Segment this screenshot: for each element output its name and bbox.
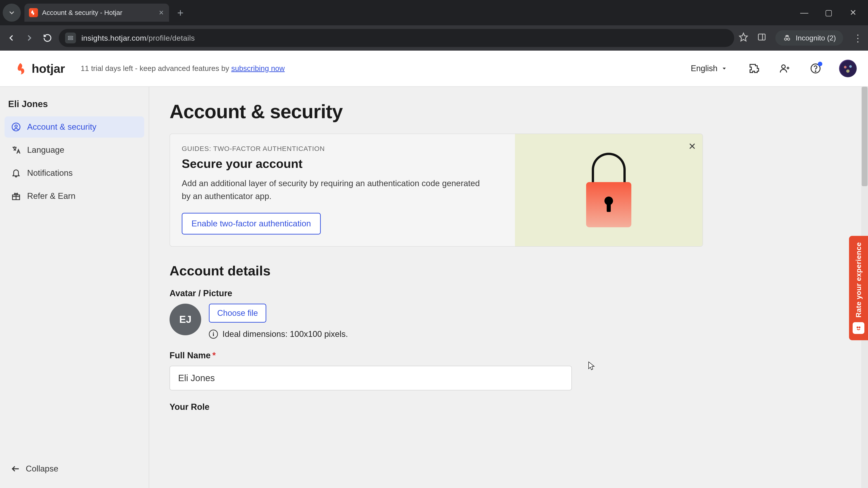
avatar-initials: EJ bbox=[169, 304, 201, 335]
sidebar-item-label: Account & security bbox=[27, 122, 96, 132]
tab-close-icon[interactable]: × bbox=[159, 8, 164, 17]
invite-user-icon[interactable] bbox=[777, 60, 793, 76]
feedback-tab[interactable]: Rate your experience bbox=[849, 236, 868, 340]
hotjar-favicon bbox=[29, 8, 38, 17]
language-selector[interactable]: English bbox=[691, 64, 727, 73]
sidebar-collapse-button[interactable]: Collapse bbox=[4, 459, 144, 479]
mouse-cursor bbox=[588, 361, 595, 371]
page-title: Account & security bbox=[169, 100, 703, 123]
url-text: insights.hotjar.com/profile/details bbox=[81, 34, 195, 42]
guide-kicker: GUIDES: TWO-FACTOR AUTHENTICATION bbox=[182, 145, 503, 153]
lock-icon bbox=[586, 153, 631, 227]
svg-point-13 bbox=[815, 71, 816, 71]
settings-sidebar: Eli Jones Account & security Language bbox=[0, 87, 149, 488]
trial-banner: 11 trial days left - keep advanced featu… bbox=[81, 64, 285, 73]
svg-rect-3 bbox=[758, 34, 765, 40]
svg-rect-24 bbox=[855, 325, 862, 331]
brand-text: hotjar bbox=[32, 61, 65, 75]
profile-avatar[interactable] bbox=[839, 60, 857, 77]
svg-rect-1 bbox=[68, 39, 73, 40]
nav-forward-icon[interactable] bbox=[23, 31, 36, 45]
browser-address-bar: insights.hotjar.com/profile/details Inco… bbox=[0, 25, 868, 51]
svg-point-19 bbox=[15, 125, 18, 127]
sidebar-item-account-security[interactable]: Account & security bbox=[4, 116, 144, 138]
svg-point-14 bbox=[840, 61, 856, 76]
avatar-hint: i Ideal dimensions: 100x100 pixels. bbox=[209, 329, 348, 339]
svg-point-26 bbox=[859, 327, 860, 328]
info-icon: i bbox=[209, 330, 218, 339]
extensions-icon[interactable] bbox=[746, 60, 762, 76]
svg-point-15 bbox=[844, 66, 847, 68]
account-details-heading: Account details bbox=[169, 263, 703, 279]
sidebar-item-label: Language bbox=[27, 145, 64, 155]
new-tab-button[interactable]: + bbox=[174, 6, 187, 20]
browser-tab[interactable]: Account & security - Hotjar × bbox=[24, 4, 169, 22]
collapse-label: Collapse bbox=[26, 464, 58, 474]
svg-point-25 bbox=[857, 327, 858, 328]
svg-point-17 bbox=[846, 69, 850, 73]
svg-point-5 bbox=[784, 38, 786, 40]
browser-tab-bar: Account & security - Hotjar × + — ▢ ✕ bbox=[0, 0, 868, 25]
sidebar-user-name: Eli Jones bbox=[4, 96, 144, 116]
address-url-field[interactable]: insights.hotjar.com/profile/details bbox=[59, 29, 734, 47]
svg-point-16 bbox=[849, 65, 852, 68]
svg-point-6 bbox=[787, 38, 790, 40]
bell-icon bbox=[11, 168, 21, 178]
translate-icon bbox=[11, 145, 21, 155]
gift-icon bbox=[11, 191, 21, 201]
feedback-tab-label: Rate your experience bbox=[855, 242, 863, 318]
main-content: Account & security × GUIDES: TWO-FACTOR … bbox=[149, 87, 868, 488]
app-topbar: hotjar 11 trial days left - keep advance… bbox=[0, 51, 868, 87]
window-close-icon[interactable]: ✕ bbox=[848, 8, 859, 18]
svg-marker-8 bbox=[723, 68, 726, 70]
svg-marker-2 bbox=[740, 33, 747, 41]
guide-illustration bbox=[515, 134, 703, 246]
smile-icon bbox=[852, 322, 864, 334]
window-minimize-icon[interactable]: — bbox=[799, 8, 810, 18]
tab-title: Account & security - Hotjar bbox=[42, 9, 155, 17]
svg-point-9 bbox=[782, 65, 785, 68]
incognito-indicator[interactable]: Incognito (2) bbox=[775, 30, 843, 46]
full-name-label: Full Name* bbox=[169, 351, 703, 360]
sidebar-item-notifications[interactable]: Notifications bbox=[4, 162, 144, 184]
avatar-label: Avatar / Picture bbox=[169, 289, 703, 298]
svg-rect-0 bbox=[68, 36, 73, 37]
help-icon[interactable] bbox=[807, 60, 824, 76]
sidebar-item-refer-earn[interactable]: Refer & Earn bbox=[4, 186, 144, 207]
site-info-icon[interactable] bbox=[65, 33, 76, 43]
user-circle-icon bbox=[11, 122, 21, 132]
brand-logo[interactable]: hotjar bbox=[16, 61, 65, 75]
enable-2fa-button[interactable]: Enable two-factor authentication bbox=[182, 213, 321, 234]
nav-back-icon[interactable] bbox=[4, 31, 18, 45]
your-role-label: Your Role bbox=[169, 402, 703, 412]
sidebar-item-language[interactable]: Language bbox=[4, 139, 144, 161]
two-factor-guide-card: × GUIDES: TWO-FACTOR AUTHENTICATION Secu… bbox=[169, 133, 703, 247]
guide-description: Add an additional layer of security by r… bbox=[182, 177, 480, 203]
subscribe-link[interactable]: subscribing now bbox=[231, 64, 285, 72]
scrollbar-thumb[interactable] bbox=[862, 87, 868, 186]
nav-reload-icon[interactable] bbox=[41, 31, 54, 45]
sidebar-item-label: Refer & Earn bbox=[27, 191, 75, 201]
choose-file-button[interactable]: Choose file bbox=[209, 304, 266, 323]
browser-menu-icon[interactable]: ⋮ bbox=[852, 32, 864, 44]
bookmark-star-icon[interactable] bbox=[739, 32, 748, 44]
guide-title: Secure your account bbox=[182, 157, 503, 170]
hotjar-flame-icon bbox=[16, 63, 28, 74]
notification-dot bbox=[818, 62, 822, 66]
close-icon[interactable]: × bbox=[688, 140, 696, 152]
tab-search-dropdown[interactable] bbox=[3, 4, 21, 22]
full-name-input[interactable] bbox=[169, 366, 572, 390]
side-panel-icon[interactable] bbox=[757, 33, 766, 43]
sidebar-item-label: Notifications bbox=[27, 168, 73, 178]
window-maximize-icon[interactable]: ▢ bbox=[823, 8, 834, 18]
